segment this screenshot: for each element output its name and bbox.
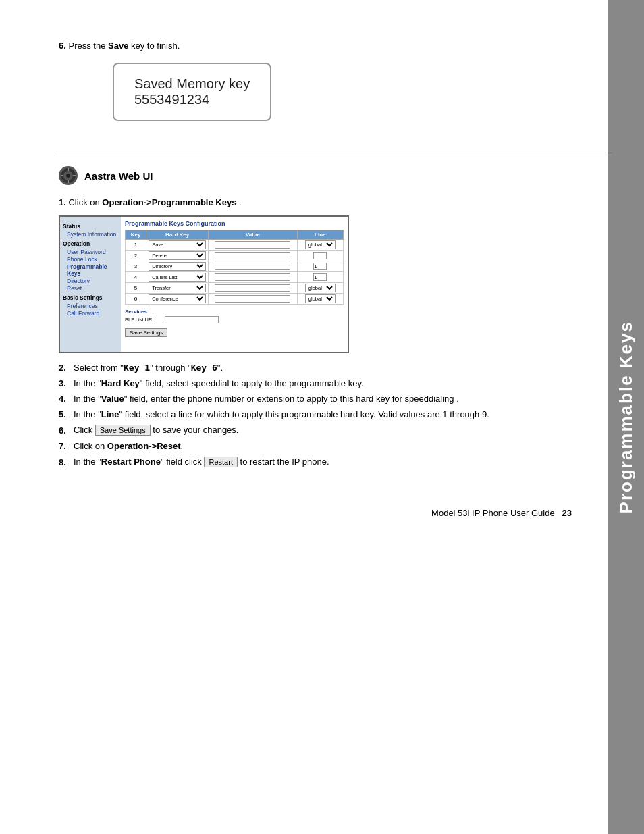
- sidebar-item-system[interactable]: System Information: [67, 231, 118, 238]
- line-input[interactable]: [313, 252, 327, 259]
- sidebar-item-directory[interactable]: Directory: [67, 278, 118, 284]
- operation-reset-ref: Operation->Reset: [107, 441, 181, 451]
- key-cell: 5: [126, 283, 146, 294]
- sidebar-item-preferences[interactable]: Preferences: [67, 303, 118, 309]
- step6-text-before: Press the: [68, 41, 108, 51]
- hardkey-select[interactable]: Delete: [149, 251, 206, 260]
- step2-content: Select from "Key 1" through "Key 6".: [74, 363, 223, 373]
- services-section: Services BLF List URL: Save Settings: [125, 309, 344, 337]
- step3-content: In the "Hard Key" field, select speeddia…: [74, 378, 364, 388]
- step5-number: 5.: [59, 409, 70, 419]
- value-input[interactable]: [215, 273, 290, 281]
- step5-block: 5. In the "Line" field, select a line fo…: [59, 409, 612, 419]
- line-cell[interactable]: global: [297, 240, 343, 251]
- value-ref: Value: [101, 394, 124, 404]
- value-input[interactable]: [215, 263, 290, 270]
- key-cell: 1: [126, 240, 146, 251]
- saved-memory-line2: 5553491234: [134, 92, 250, 107]
- hardkey-select[interactable]: Transfer: [149, 284, 206, 292]
- key-cell: 6: [126, 294, 146, 305]
- step6-text-after: key to finish.: [131, 41, 180, 51]
- col-line: Line: [297, 230, 343, 240]
- sidebar-item-call-forward[interactable]: Call Forward: [67, 310, 118, 317]
- sidebar-item-phone-lock[interactable]: Phone Lock: [67, 256, 118, 263]
- key-cell: 4: [126, 272, 146, 283]
- line-cell[interactable]: [297, 251, 343, 261]
- step1-number: 1.: [59, 197, 66, 207]
- aastra-header: Aastra Web UI: [59, 166, 612, 185]
- hardkey-cell[interactable]: Directory: [146, 261, 209, 272]
- step6-second-block: 6. Click Save Settings to save your chan…: [59, 425, 612, 436]
- blf-row: BLF List URL:: [125, 316, 344, 323]
- hardkey-cell[interactable]: Delete: [146, 251, 209, 261]
- aastra-icon: [59, 166, 78, 185]
- table-row: 4Callers List: [126, 272, 344, 283]
- col-key: Key: [126, 230, 146, 240]
- restart-inline-btn[interactable]: Restart: [204, 457, 237, 467]
- line-select[interactable]: global: [305, 284, 336, 292]
- step1-bold: Operation->Programmable Keys: [102, 197, 236, 207]
- hardkey-cell[interactable]: Callers List: [146, 272, 209, 283]
- blf-label: BLF List URL:: [125, 317, 162, 323]
- value-cell[interactable]: [209, 261, 297, 272]
- blf-input[interactable]: [165, 316, 219, 323]
- programmable-keys-table: Key Hard Key Value Line 1Saveglobal2Dele…: [125, 230, 344, 305]
- line-ref: Line: [101, 409, 119, 419]
- svg-point-2: [66, 174, 70, 178]
- step8-block: 8. In the "Restart Phone" field click Re…: [59, 457, 612, 467]
- step4-content: In the "Value" field, enter the phone nu…: [74, 394, 459, 404]
- hardkey-select[interactable]: Conference: [149, 294, 206, 303]
- line-cell[interactable]: global: [297, 283, 343, 294]
- step1-text: Click on: [68, 197, 102, 207]
- value-input[interactable]: [215, 295, 290, 303]
- line-select[interactable]: global: [305, 240, 336, 249]
- value-cell[interactable]: [209, 294, 297, 305]
- value-cell[interactable]: [209, 283, 297, 294]
- line-cell[interactable]: [297, 272, 343, 283]
- value-input[interactable]: [215, 284, 290, 292]
- table-row: 5Transferglobal: [126, 283, 344, 294]
- step6-bold: Save: [108, 41, 128, 51]
- aastra-title: Aastra Web UI: [84, 170, 153, 182]
- hardkey-cell[interactable]: Transfer: [146, 283, 209, 294]
- value-cell[interactable]: [209, 251, 297, 261]
- line-cell[interactable]: [297, 261, 343, 272]
- save-settings-inline-btn[interactable]: Save Settings: [95, 425, 151, 436]
- step7-number: 7.: [59, 441, 70, 451]
- sidebar-item-user-password[interactable]: User Password: [67, 249, 118, 255]
- step6-second-number: 6.: [59, 425, 70, 436]
- line-input[interactable]: [313, 273, 327, 281]
- table-row: 3Directory: [126, 261, 344, 272]
- value-input[interactable]: [215, 252, 290, 259]
- hardkey-select[interactable]: Callers List: [149, 273, 206, 282]
- sidebar-item-reset[interactable]: Reset: [67, 285, 118, 292]
- saved-memory-line1: Saved Memory key: [134, 76, 250, 92]
- value-cell[interactable]: [209, 272, 297, 283]
- step5-content: In the "Line" field, select a line for w…: [74, 409, 489, 419]
- hardkey-select[interactable]: Save: [149, 240, 206, 249]
- step1-suffix: .: [239, 197, 242, 207]
- hardkey-cell[interactable]: Save: [146, 240, 209, 251]
- value-cell[interactable]: [209, 240, 297, 251]
- hardkey-cell[interactable]: Conference: [146, 294, 209, 305]
- hardkey-select[interactable]: Directory: [149, 262, 206, 271]
- line-cell[interactable]: global: [297, 294, 343, 305]
- col-hardkey: Hard Key: [146, 230, 209, 240]
- key6-ref: Key 6: [191, 363, 217, 373]
- step8-number: 8.: [59, 457, 70, 467]
- line-input[interactable]: [313, 263, 327, 270]
- step1-block: 1. Click on Operation->Programmable Keys…: [59, 197, 612, 353]
- line-select[interactable]: global: [305, 294, 336, 303]
- value-input[interactable]: [215, 241, 290, 249]
- step2-block: 2. Select from "Key 1" through "Key 6".: [59, 363, 612, 373]
- key-cell: 2: [126, 251, 146, 261]
- step3-block: 3. In the "Hard Key" field, select speed…: [59, 378, 612, 388]
- save-settings-button[interactable]: Save Settings: [125, 328, 167, 337]
- step6-second-content: Click Save Settings to save your changes…: [74, 425, 238, 436]
- sidebar-status-title: Status: [63, 223, 118, 230]
- screenshot-box: Status System Information Operation User…: [59, 215, 349, 353]
- col-value: Value: [209, 230, 297, 240]
- webui-main-title: Programmable Keys Configuration: [125, 220, 344, 227]
- footer-page: 23: [562, 508, 572, 518]
- sidebar-item-programmable-keys[interactable]: Programmable Keys: [67, 263, 118, 277]
